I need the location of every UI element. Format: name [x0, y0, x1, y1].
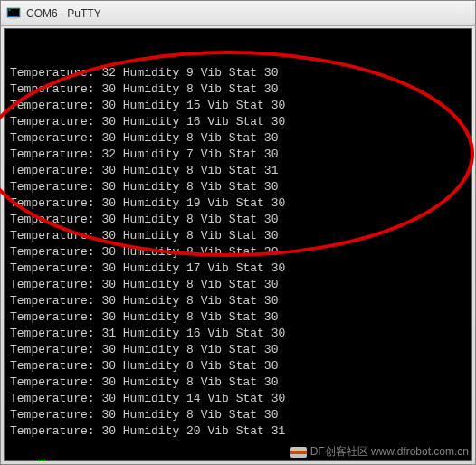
terminal-line: Temperature: 30 Humidity 17 Vib Stat 30	[10, 261, 466, 277]
terminal-line: Temperature: 30 Humidity 8 Vib Stat 30	[10, 130, 466, 147]
terminal-line: Temperature: 30 Humidity 8 Vib Stat 30	[10, 179, 466, 195]
terminal-line: Temperature: 30 Humidity 16 Vib Stat 30	[10, 114, 466, 130]
terminal-line: Temperature: 30 Humidity 8 Vib Stat 30	[10, 358, 466, 375]
terminal-line: Temperature: 30 Humidity 8 Vib Stat 30	[10, 407, 466, 423]
terminal-line: Temperature: 30 Humidity 8 Vib Stat 30	[10, 277, 466, 293]
terminal-line: Temperature: 30 Humidity 8 Vib Stat 30	[10, 244, 466, 261]
terminal-line: Temperature: 30 Humidity 8 Vib Stat 30	[10, 212, 466, 228]
terminal-line: Temperature: 32 Humidity 9 Vib Stat 30	[10, 65, 466, 81]
terminal-line: Temperature: 30 Humidity 8 Vib Stat 30	[10, 228, 466, 244]
terminal-line: Temperature: 30 Humidity 8 Vib Stat 31	[10, 163, 466, 179]
terminal-line: Temperature: 30 Humidity 8 Vib Stat 30	[10, 309, 466, 326]
terminal-line: Temperature: 30 Humidity 14 Vib Stat 30	[10, 391, 466, 407]
window-title: COM6 - PuTTY	[26, 7, 101, 20]
terminal-rows: Temperature: 32 Humidity 9 Vib Stat 30Te…	[10, 65, 466, 440]
terminal-line: Temperature: 30 Humidity 8 Vib Stat 30	[10, 81, 466, 98]
putty-icon	[6, 6, 21, 21]
terminal-line: Temperature: 30 Humidity 19 Vib Stat 30	[10, 195, 466, 212]
putty-window: COM6 - PuTTY Temperature: 32 Humidity 9 …	[0, 0, 476, 465]
svg-rect-2	[9, 9, 11, 10]
svg-rect-3	[10, 17, 17, 19]
terminal-line: Temperature: 31 Humidity 16 Vib Stat 30	[10, 326, 466, 342]
terminal-line: Temperature: 30 Humidity 8 Vib Stat 30	[10, 375, 466, 391]
terminal-line: Temperature: 30 Humidity 15 Vib Stat 30	[10, 98, 466, 114]
terminal-line: Temperature: 30 Humidity 8 Vib Stat 30	[10, 342, 466, 358]
terminal-line: Temperature: 30 Humidity 8 Vib Stat 30	[10, 293, 466, 309]
window-titlebar[interactable]: COM6 - PuTTY	[1, 1, 475, 26]
terminal-line: Temperature: 32 Humidity 7 Vib Stat 30	[10, 147, 466, 163]
terminal-cursor	[38, 460, 45, 461]
terminal-output[interactable]: Temperature: 32 Humidity 9 Vib Stat 30Te…	[4, 28, 472, 461]
terminal-line: Temperature: 30 Humidity 20 Vib Stat 31	[10, 423, 466, 440]
